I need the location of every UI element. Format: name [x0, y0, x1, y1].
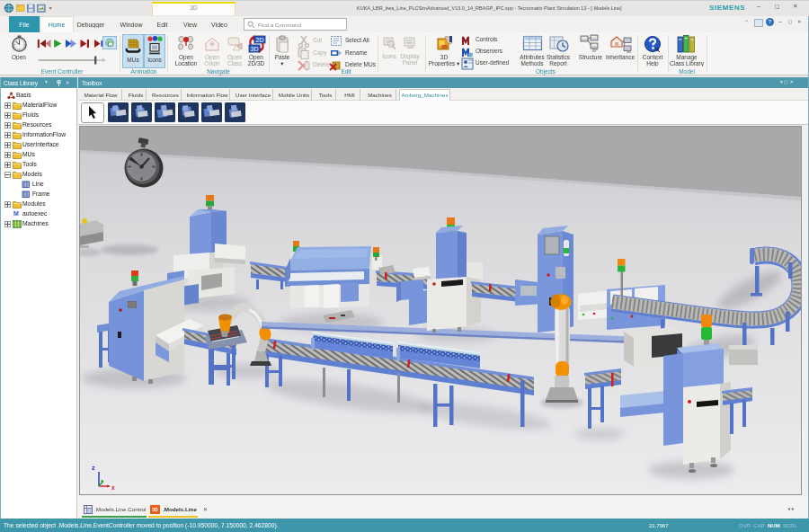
svg-text:3D: 3D	[251, 46, 259, 52]
svg-text:35: 35	[441, 44, 448, 49]
svg-text:z: z	[92, 465, 95, 471]
svg-text:x: x	[111, 484, 115, 491]
svg-text:2D: 2D	[256, 37, 264, 43]
